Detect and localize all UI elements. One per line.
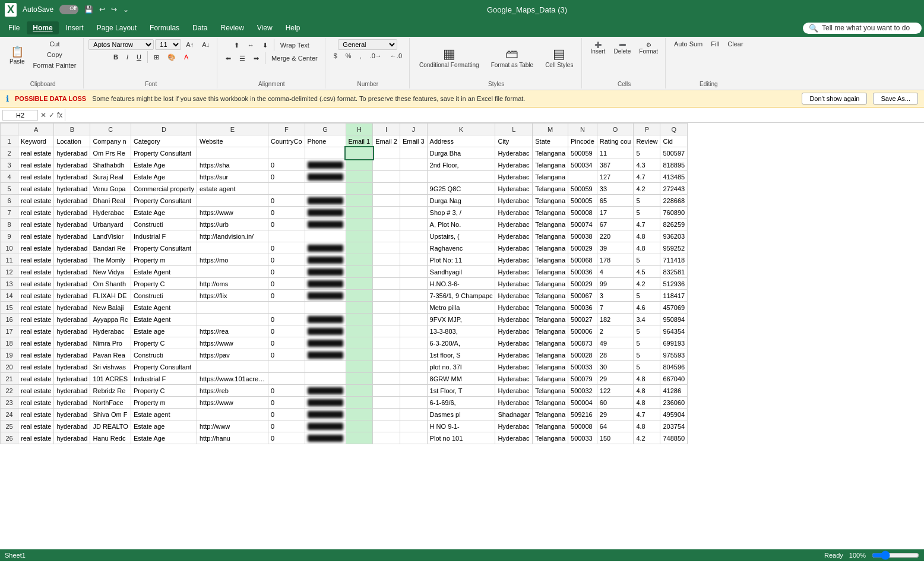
cell-19-L[interactable]: Hyderabac	[495, 349, 533, 361]
cell-1-M[interactable]: State	[533, 135, 568, 147]
cell-16-P[interactable]: 3.4	[634, 314, 660, 325]
cell-20-F[interactable]	[268, 361, 305, 373]
cell-25-Q[interactable]: 203754	[660, 420, 688, 432]
cell-19-M[interactable]: Telangana	[533, 349, 568, 361]
cell-23-K[interactable]: 6-1-69/6,	[427, 397, 495, 409]
cell-15-F[interactable]	[268, 302, 305, 314]
cell-26-O[interactable]: 150	[597, 432, 634, 444]
cell-5-F[interactable]	[268, 183, 305, 195]
align-middle-button[interactable]: ↔	[244, 40, 258, 50]
cell-15-P[interactable]: 4.6	[634, 302, 660, 314]
cell-14-C[interactable]: FLIXAH DE	[90, 290, 131, 302]
cell-21-O[interactable]: 29	[597, 373, 634, 385]
cell-10-O[interactable]: 39	[597, 242, 634, 254]
cell-23-A[interactable]: real estate	[18, 397, 54, 409]
cell-24-N[interactable]: 509216	[568, 409, 597, 420]
cell-11-C[interactable]: The Momly	[90, 254, 131, 266]
cell-4-A[interactable]: real estate	[18, 171, 54, 183]
cell-16-G[interactable]: ●●●●●●●●●	[305, 314, 346, 325]
cell-4-C[interactable]: Suraj Real	[90, 171, 131, 183]
cell-7-I[interactable]	[373, 207, 400, 219]
cell-15-B[interactable]: hyderabad	[54, 302, 90, 314]
cell-11-Q[interactable]: 711418	[660, 254, 688, 266]
cell-16-H[interactable]	[346, 314, 373, 325]
cell-24-K[interactable]: Dasmes pl	[427, 409, 495, 420]
cell-15-K[interactable]: Metro pilla	[427, 302, 495, 314]
cell-2-L[interactable]: Hyderabac	[495, 147, 533, 159]
cell-10-N[interactable]: 500029	[568, 242, 597, 254]
cell-11-H[interactable]	[346, 254, 373, 266]
cell-13-Q[interactable]: 512936	[660, 278, 688, 290]
cell-10-M[interactable]: Telangana	[533, 242, 568, 254]
cell-14-K[interactable]: 7-356/1, 9 Champapc	[427, 290, 495, 302]
cell-5-N[interactable]: 500059	[568, 183, 597, 195]
cell-21-E[interactable]: https://www.101acresrealestate.com/	[197, 373, 268, 385]
cell-25-G[interactable]: ●●●●●●●●●	[305, 420, 346, 432]
cell-23-C[interactable]: NorthFace	[90, 397, 131, 409]
cell-11-E[interactable]: https://mo	[197, 254, 268, 266]
cell-4-K[interactable]	[427, 171, 495, 183]
cell-10-F[interactable]: 0	[268, 242, 305, 254]
cell-16-E[interactable]	[197, 314, 268, 325]
cell-17-P[interactable]: 5	[634, 325, 660, 337]
cell-15-G[interactable]	[305, 302, 346, 314]
cell-26-M[interactable]: Telangana	[533, 432, 568, 444]
cell-17-E[interactable]: https://rea	[197, 325, 268, 337]
autosave-toggle[interactable]	[59, 5, 78, 14]
sheet-tab[interactable]: Sheet1	[5, 552, 26, 559]
cell-19-O[interactable]: 28	[597, 349, 634, 361]
cell-6-L[interactable]: Hyderabac	[495, 195, 533, 207]
cell-11-F[interactable]: 0	[268, 254, 305, 266]
cell-21-F[interactable]	[268, 373, 305, 385]
cell-23-F[interactable]: 0	[268, 397, 305, 409]
col-header-N[interactable]: N	[568, 124, 597, 135]
cell-16-J[interactable]	[400, 314, 427, 325]
cell-23-L[interactable]: Hyderabac	[495, 397, 533, 409]
percent-button[interactable]: %	[342, 51, 355, 61]
col-header-M[interactable]: M	[533, 124, 568, 135]
cell-3-D[interactable]: Estate Age	[131, 159, 197, 171]
cell-7-B[interactable]: hyderabad	[54, 207, 90, 219]
cell-6-H[interactable]	[346, 195, 373, 207]
cell-19-N[interactable]: 500028	[568, 349, 597, 361]
cell-24-P[interactable]: 4.7	[634, 409, 660, 420]
cell-24-B[interactable]: hyderabad	[54, 409, 90, 420]
cell-18-O[interactable]: 49	[597, 337, 634, 349]
cell-22-L[interactable]: Hyderabac	[495, 385, 533, 397]
fill-color-button[interactable]: 🎨	[164, 52, 179, 62]
cell-5-A[interactable]: real estate	[18, 183, 54, 195]
align-left-button[interactable]: ⬅	[222, 53, 235, 64]
cell-24-D[interactable]: Estate agent	[131, 409, 197, 420]
cell-14-A[interactable]: real estate	[18, 290, 54, 302]
number-format-select[interactable]: General	[338, 39, 397, 50]
cell-14-L[interactable]: Hyderabac	[495, 290, 533, 302]
cell-12-H[interactable]	[346, 266, 373, 278]
cell-11-L[interactable]: Hyderabac	[495, 254, 533, 266]
cell-21-L[interactable]: Hyderabac	[495, 373, 533, 385]
cell-15-E[interactable]	[197, 302, 268, 314]
insert-button[interactable]: ➕ Insert	[587, 39, 609, 57]
cell-18-N[interactable]: 500873	[568, 337, 597, 349]
cell-10-Q[interactable]: 959252	[660, 242, 688, 254]
cell-3-K[interactable]: 2nd Floor,	[427, 159, 495, 171]
cell-23-N[interactable]: 500004	[568, 397, 597, 409]
underline-button[interactable]: U	[133, 52, 145, 62]
cell-11-J[interactable]	[400, 254, 427, 266]
cell-19-H[interactable]	[346, 349, 373, 361]
cell-1-A[interactable]: Keyword	[18, 135, 54, 147]
cell-15-N[interactable]: 500036	[568, 302, 597, 314]
cell-20-I[interactable]	[373, 361, 400, 373]
cell-4-N[interactable]	[568, 171, 597, 183]
cell-13-A[interactable]: real estate	[18, 278, 54, 290]
cell-17-A[interactable]: real estate	[18, 325, 54, 337]
cell-22-I[interactable]	[373, 385, 400, 397]
cell-4-B[interactable]: hyderabad	[54, 171, 90, 183]
cell-19-P[interactable]: 5	[634, 349, 660, 361]
col-header-E[interactable]: E	[197, 124, 268, 135]
cell-13-E[interactable]: http://oms	[197, 278, 268, 290]
cell-2-C[interactable]: Om Prs Re	[90, 147, 131, 159]
cell-26-F[interactable]: 0	[268, 432, 305, 444]
paste-button[interactable]: 📋 Paste	[6, 43, 29, 67]
cell-19-A[interactable]: real estate	[18, 349, 54, 361]
cell-13-O[interactable]: 99	[597, 278, 634, 290]
